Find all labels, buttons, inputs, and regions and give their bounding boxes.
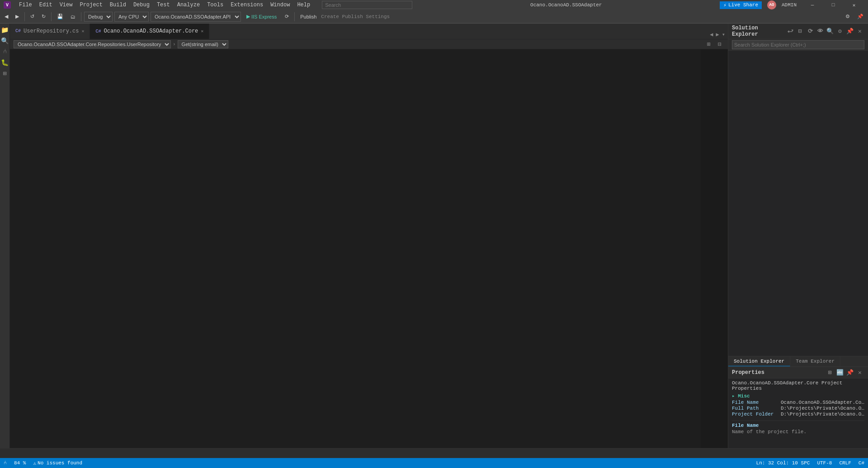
se-search-area <box>728 39 868 51</box>
solution-explorer-header: Solution Explorer ⮐ ⊟ ⟳ 👁 🔍 ⚙ 📌 ✕ <box>728 24 868 39</box>
menu-project[interactable]: Project <box>77 1 105 9</box>
menu-build[interactable]: Build <box>107 1 129 9</box>
se-btn-filter[interactable]: 🔍 <box>826 27 835 36</box>
menu-debug[interactable]: Debug <box>131 1 152 9</box>
se-btn-pin[interactable]: 📌 <box>845 27 854 36</box>
props-btn-pin[interactable]: 📌 <box>845 368 854 377</box>
se-btn-collapse[interactable]: ⊟ <box>796 27 805 36</box>
menu-file[interactable]: File <box>16 1 35 9</box>
tab-active-label: Ocano.OcanoAD.SSOAdapter.Core <box>104 28 198 34</box>
toolbar: ◀ ▶ ↺ ↻ 💾 🗂 Debug Any CPU Ocano.OcanoAD.… <box>0 10 868 24</box>
activity-git[interactable]: ⑃ <box>0 47 9 56</box>
prop-name-fullpath: Full Path <box>732 406 777 411</box>
tab-nav-left[interactable]: ◀ <box>709 30 714 39</box>
se-btn-refresh[interactable]: ⟳ <box>806 27 815 36</box>
props-btn-categorized[interactable]: ⊞ <box>826 368 835 377</box>
toolbar-save[interactable]: 💾 <box>54 13 66 20</box>
menu-analyze[interactable]: Analyze <box>175 1 203 9</box>
git-icon: ⑃ <box>4 460 7 466</box>
prop-value-filename: Ocano.OcanoAD.SSOAdapter.Core <box>781 400 864 405</box>
tab-active-close[interactable]: ✕ <box>201 28 203 34</box>
status-language[interactable]: C# <box>859 460 864 466</box>
se-btn-close[interactable]: ✕ <box>855 27 864 36</box>
search-input[interactable] <box>322 1 412 9</box>
se-btn-1[interactable]: ⮐ <box>786 27 795 36</box>
toolbar-misc2[interactable]: 📌 <box>854 13 866 20</box>
run-icon: ▶ <box>246 14 250 19</box>
activity-debug[interactable]: 🐛 <box>0 58 9 67</box>
code-editor[interactable] <box>32 49 701 448</box>
prop-value-fullpath: D:\Projects\Private\Ocano.Ocano... <box>781 406 864 411</box>
platform-dropdown[interactable]: Any CPU <box>114 12 149 22</box>
prop-description-area: File Name Name of the project file. <box>732 421 864 435</box>
tab-userrepository[interactable]: C# UserRepository.cs ✕ <box>10 24 90 39</box>
prop-value-folder: D:\Projects\Private\Ocano.Ocano <box>781 411 864 417</box>
tab-icon: C# <box>15 28 21 33</box>
prop-row-fullpath: Full Path D:\Projects\Private\Ocano.Ocan… <box>732 406 864 411</box>
props-btn-close[interactable]: ✕ <box>855 368 864 377</box>
run-button[interactable]: ▶ IIS Express <box>243 13 280 20</box>
status-branch[interactable]: ⑃ <box>4 460 7 466</box>
props-subtitle: Ocano.OcanoAD.SSOAdapter.Core Project Pr… <box>732 380 864 391</box>
se-btn-show-all[interactable]: 👁 <box>816 27 825 36</box>
toolbar-forward[interactable]: ▶ <box>13 13 22 20</box>
nav-collapse[interactable]: ⊟ <box>715 40 724 49</box>
activity-search[interactable]: 🔍 <box>0 36 9 45</box>
props-title: Properties <box>732 369 764 376</box>
nav-expand[interactable]: ⊞ <box>704 40 713 49</box>
tab-close[interactable]: ✕ <box>81 28 84 34</box>
solution-tree <box>728 51 868 356</box>
startup-project-dropdown[interactable]: Ocano.OcanoAD.SSOAdapter.API <box>151 12 241 22</box>
menu-extensions[interactable]: Extensions <box>228 1 266 9</box>
warning-icon: ⚠ <box>33 460 36 466</box>
menu-window[interactable]: Window <box>268 1 292 9</box>
menu-help[interactable]: Help <box>294 1 313 9</box>
close-button[interactable]: ✕ <box>844 0 864 10</box>
maximize-button[interactable]: □ <box>823 0 844 10</box>
tab-nav-right[interactable]: ▶ <box>715 30 720 39</box>
solution-explorer-tab[interactable]: Solution Explorer <box>728 356 790 366</box>
menu-test[interactable]: Test <box>154 1 173 9</box>
tab-nav-controls: ◀ ▶ ▾ <box>707 30 728 39</box>
publish-button[interactable]: Publish <box>297 13 319 20</box>
prop-section-misc: ▸ Misc <box>732 393 864 399</box>
activity-explorer[interactable]: 📁 <box>0 25 9 34</box>
live-share-button[interactable]: ⚡ Live Share <box>720 1 762 9</box>
props-btn-alpha[interactable]: 🔤 <box>835 368 844 377</box>
user-avatar[interactable]: AO <box>767 0 776 9</box>
se-btn-settings[interactable]: ⚙ <box>835 27 844 36</box>
main-layout: 📁 🔍 ⑃ 🐛 ⊞ C# UserRepository.cs ✕ C# Ocan… <box>0 24 868 448</box>
tab-nav-dropdown[interactable]: ▾ <box>721 30 726 39</box>
namespace-dropdown[interactable]: Ocano.OcanoAD.SSOAdapter.Core.Repositori… <box>14 40 171 48</box>
activity-extensions[interactable]: ⊞ <box>0 69 9 78</box>
refresh-button[interactable]: ⟳ <box>282 13 292 20</box>
method-dropdown[interactable]: Get(string email) <box>178 40 228 48</box>
status-issues[interactable]: ⚠ No issues found <box>33 460 82 466</box>
menu-edit[interactable]: Edit <box>37 1 55 9</box>
team-explorer-tab[interactable]: Team Explorer <box>790 356 840 366</box>
toolbar-back[interactable]: ◀ <box>2 13 11 20</box>
status-zoom[interactable]: 84 % <box>14 460 26 466</box>
toolbar-undo[interactable]: ↺ <box>28 13 37 20</box>
se-toolbar: ⮐ ⊟ ⟳ 👁 🔍 ⚙ 📌 ✕ <box>786 27 864 36</box>
status-position[interactable]: Ln: 32 Col: 10 SPC <box>756 460 810 466</box>
prop-name-folder: Project Folder <box>732 411 777 417</box>
toolbar-misc1[interactable]: ⚙ <box>843 13 853 20</box>
menu-view[interactable]: View <box>57 1 75 9</box>
run-label: IIS Express <box>251 14 277 19</box>
status-lineending[interactable]: CRLF <box>839 460 851 466</box>
toolbar-redo[interactable]: ↻ <box>39 13 48 20</box>
minimize-button[interactable]: — <box>802 0 823 10</box>
tab-active-icon: C# <box>95 29 101 34</box>
prop-name-filename: File Name <box>732 400 777 405</box>
live-share-label: Live Share <box>728 2 758 8</box>
menu-tools[interactable]: Tools <box>204 1 226 9</box>
window-controls: — □ ✕ <box>802 0 864 10</box>
status-encoding[interactable]: UTF-8 <box>817 460 832 466</box>
navigation-bar: Ocano.OcanoAD.SSOAdapter.Core.Repositori… <box>10 39 728 49</box>
debug-config-dropdown[interactable]: Debug <box>84 12 113 22</box>
toolbar-save-all[interactable]: 🗂 <box>68 13 78 20</box>
se-search-input[interactable] <box>732 40 864 49</box>
tab-core[interactable]: C# Ocano.OcanoAD.SSOAdapter.Core ✕ <box>90 24 209 39</box>
bottom-tabs-bar <box>0 448 868 458</box>
